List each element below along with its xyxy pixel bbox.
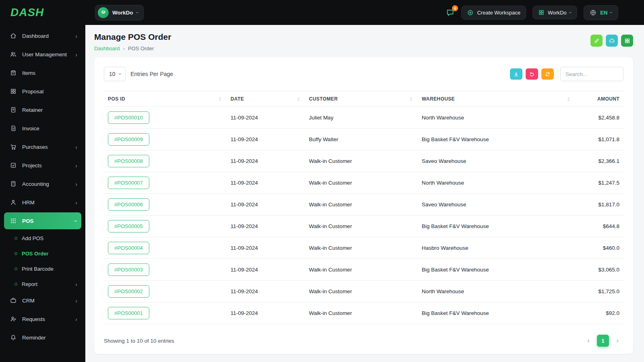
amount-cell: $460.0 (575, 237, 623, 259)
warehouse-cell: Saveo Warehouse (418, 150, 575, 172)
sidebar-item-print-barcode[interactable]: Print Barcode (4, 261, 81, 276)
workspace-selector[interactable]: WorkDo › (95, 5, 144, 21)
column-header-pos-id[interactable]: POS ID (104, 91, 227, 107)
sidebar-item-items[interactable]: Items (4, 64, 81, 81)
customer-cell: Buffy Walter (305, 129, 418, 150)
sidebar-item-add-pos[interactable]: Add POS (4, 231, 81, 246)
sidebar-item-user-management[interactable]: User Management › (4, 46, 81, 63)
chevron-left-icon: ‹ (587, 337, 590, 345)
warehouse-cell: Hasbro Warehouse (418, 237, 575, 259)
pos-id-button[interactable]: #POS00003 (108, 263, 149, 276)
pos-id-button[interactable]: #POS00004 (108, 242, 149, 254)
sidebar-item-proposal[interactable]: Proposal (4, 83, 81, 100)
company-menu-button[interactable]: WorkDo › (533, 6, 577, 19)
workspace-avatar-icon (98, 7, 109, 18)
sidebar-item-invoice[interactable]: Invoice (4, 120, 81, 137)
amount-cell: $1,725.0 (575, 281, 623, 302)
grid-view-button[interactable] (621, 35, 633, 47)
workspace-name: WorkDo (112, 10, 133, 16)
column-header-amount[interactable]: AMOUNT (575, 91, 623, 107)
sidebar-item-pos[interactable]: POS › (4, 212, 81, 229)
warehouse-cell: Big Basket F&V Warehouse (418, 216, 575, 237)
sidebar-item-accounting[interactable]: Accounting › (4, 175, 81, 192)
sidebar-item-purchases[interactable]: Purchases › (4, 138, 81, 155)
sidebar-item-retainer[interactable]: Retainer (4, 101, 81, 118)
brand-logo[interactable]: DASH (0, 0, 85, 25)
amount-cell: $92.0 (575, 302, 623, 324)
chevron-right-icon: › (616, 337, 619, 345)
sidebar-item-report[interactable]: Report › (4, 277, 81, 292)
table-row: #POS00002 11-09-2024 Walk-in Customer No… (104, 281, 623, 302)
pos-id-button[interactable]: #POS00005 (108, 220, 149, 232)
pos-id-button[interactable]: #POS00010 (108, 111, 149, 124)
amount-cell: $2,458.8 (575, 107, 623, 129)
customer-cell: Walk-in Customer (305, 237, 418, 259)
pos-id-button[interactable]: #POS00009 (108, 133, 149, 146)
create-workspace-button[interactable]: Create Workspace (461, 6, 526, 20)
column-header-date[interactable]: DATE (227, 91, 305, 107)
warehouse-cell: Big Basket F&V Warehouse (418, 302, 575, 324)
entries-summary: Showing 1 to 10 of 10 entries (104, 338, 174, 344)
table-row: #POS00007 11-09-2024 Walk-in Customer No… (104, 172, 623, 194)
calculator-icon (10, 180, 17, 187)
pos-id-cell: #POS00008 (104, 150, 227, 172)
sidebar-subitem-label: Print Barcode (22, 266, 54, 272)
pagination: ‹ 1 › (582, 335, 623, 347)
sidebar-item-label: Accounting (22, 181, 49, 187)
chevron-right-icon: › (75, 200, 77, 206)
sidebar-item-label: Proposal (22, 88, 43, 95)
pos-id-cell: #POS00009 (104, 129, 227, 150)
sidebar-item-pos-order[interactable]: POS Order (4, 246, 81, 261)
amount-cell: $1,247.5 (575, 172, 623, 194)
breadcrumb-dashboard-link[interactable]: Dashboard (94, 45, 120, 51)
users-icon (10, 51, 17, 58)
sidebar-item-hrm[interactable]: HRM › (4, 194, 81, 211)
reset-button[interactable] (526, 68, 538, 80)
previous-page-button[interactable]: ‹ (582, 335, 594, 347)
pos-id-button[interactable]: #POS00008 (108, 155, 149, 167)
pos-id-button[interactable]: #POS00007 (108, 177, 149, 189)
sidebar-subitem-label: Report (22, 281, 37, 287)
chevron-right-icon: › (75, 144, 77, 150)
edit-button[interactable] (590, 35, 603, 47)
cloud-icon (609, 37, 615, 44)
pos-id-button[interactable]: #POS00006 (108, 198, 149, 211)
search-input[interactable] (560, 67, 623, 81)
chevron-down-icon: › (609, 12, 615, 14)
entries-per-page-select[interactable]: 10 › (104, 67, 126, 81)
create-workspace-label: Create Workspace (477, 10, 520, 16)
sidebar-nav: Dashboard › User Management › Items Prop… (0, 25, 85, 352)
chevron-right-icon: › (75, 162, 77, 169)
sidebar-item-dashboard[interactable]: Dashboard › (4, 27, 81, 44)
table-row: #POS00009 11-09-2024 Buffy Walter Big Ba… (104, 129, 623, 150)
main-content: Manage POS Order Dashboard › POS Order 1… (85, 0, 644, 354)
language-selector[interactable]: EN › (584, 5, 618, 20)
warehouse-cell: North Warehouse (418, 172, 575, 194)
sidebar-item-reminder[interactable]: Reminder (4, 329, 81, 346)
pos-id-cell: #POS00006 (104, 194, 227, 216)
export-button[interactable] (510, 68, 522, 80)
refresh-button[interactable] (541, 68, 554, 80)
column-header-customer[interactable]: CUSTOMER (305, 91, 418, 107)
page-number-button[interactable]: 1 (597, 335, 609, 347)
sidebar-item-label: CRM (22, 298, 35, 304)
chevron-right-icon: › (75, 316, 77, 322)
warehouse-cell: North Warehouse (418, 281, 575, 302)
submenu-bullet-icon (14, 283, 17, 286)
sidebar-item-projects[interactable]: Projects › (4, 157, 81, 174)
column-header-warehouse[interactable]: WAREHOUSE (418, 91, 575, 107)
pos-id-button[interactable]: #POS00002 (108, 285, 149, 298)
breadcrumb-separator-icon: › (123, 45, 125, 51)
language-label: EN (600, 10, 607, 16)
pos-order-card: 10 › Entries Per Page (94, 57, 633, 354)
pos-id-button[interactable]: #POS00001 (108, 307, 149, 319)
next-page-button[interactable]: › (611, 335, 623, 347)
export-cloud-button[interactable] (606, 35, 618, 47)
sidebar-item-crm[interactable]: CRM › (4, 292, 81, 309)
sort-icon (217, 97, 223, 102)
sidebar-item-requests[interactable]: Requests › (4, 311, 81, 327)
date-cell: 11-09-2024 (227, 107, 305, 129)
messages-button[interactable]: 0 (446, 8, 455, 17)
sort-icon (409, 97, 414, 102)
table-header-row: POS ID DATE CUSTOMER (104, 91, 623, 107)
